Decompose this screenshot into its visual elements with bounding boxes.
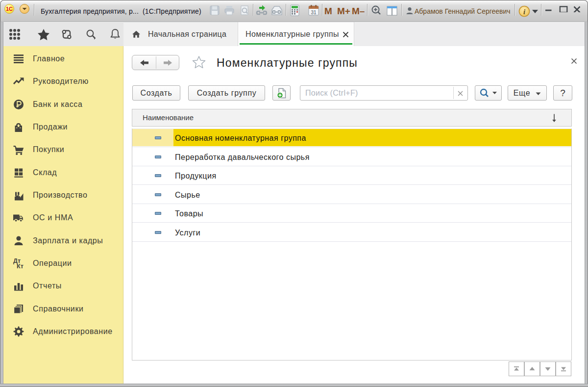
svg-text:31: 31 [311, 10, 317, 15]
svg-text:1С: 1С [6, 6, 13, 12]
